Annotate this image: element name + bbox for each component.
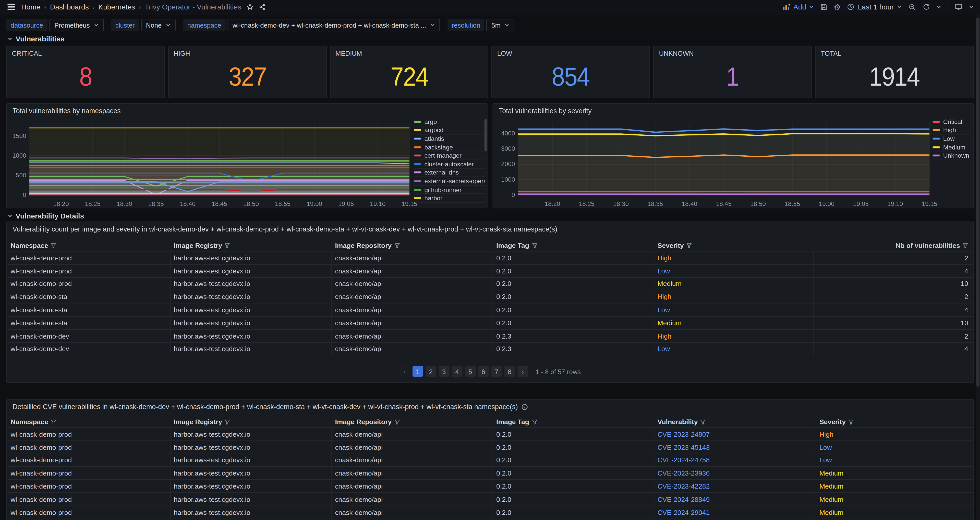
breadcrumb-item[interactable]: Kubernetes <box>98 3 135 11</box>
settings-icon[interactable]: ⚙ <box>834 3 841 11</box>
svg-text:18:30: 18:30 <box>613 200 629 207</box>
legend-item[interactable]: backstage <box>414 143 485 152</box>
stat-title: MEDIUM <box>336 49 362 57</box>
filter-icon[interactable] <box>394 242 400 248</box>
time-range-picker[interactable]: Last 1 hour <box>847 3 902 11</box>
legend-series-color <box>414 188 421 190</box>
filter-icon[interactable] <box>51 419 56 424</box>
filter-icon[interactable] <box>700 419 706 424</box>
table-row[interactable]: wl-cnask-demo-devharbor.aws-test.cgdevx.… <box>7 329 972 342</box>
filter-icon[interactable] <box>51 242 56 248</box>
table-row[interactable]: wl-cnask-demo-prodharbor.aws-test.cgdevx… <box>7 251 972 264</box>
breadcrumb-item[interactable]: Home <box>21 3 40 11</box>
page-scrollbar-thumb[interactable] <box>977 18 980 387</box>
variable-namespace: namespacewl-cnask-demo-dev + wl-cnask-de… <box>183 19 440 31</box>
menu-icon[interactable] <box>6 3 16 11</box>
variable-value-dropdown[interactable]: None <box>141 19 175 31</box>
pagination-prev-button[interactable]: ‹ <box>399 366 410 376</box>
star-icon[interactable] <box>247 3 254 11</box>
table-row[interactable]: wl-cnask-demo-staharbor.aws-test.cgdevx.… <box>7 290 972 303</box>
cve-link[interactable]: CVE-2024-28849 <box>654 493 816 505</box>
legend-item[interactable]: cert-manager <box>414 152 485 160</box>
cve-link[interactable]: CVE-2023-24807 <box>654 519 816 520</box>
count-cell: 4 <box>814 265 973 277</box>
cell: 0.2.0 <box>493 493 654 505</box>
legend-item[interactable]: Low <box>932 135 971 143</box>
svg-text:1000: 1000 <box>12 152 26 159</box>
stat-value: 1 <box>662 60 803 94</box>
legend-scrollbar[interactable] <box>485 119 487 151</box>
cve-link[interactable]: CVE-2023-45143 <box>654 441 816 453</box>
legend-item[interactable]: github-runner <box>414 186 485 194</box>
legend-item[interactable]: Critical <box>932 118 971 126</box>
navbar-right: Add ⚙ Last 1 hour <box>783 3 974 11</box>
variable-value-dropdown[interactable]: wl-cnask-demo-dev + wl-cnask-demo-prod +… <box>228 19 440 31</box>
section-vulnerabilities[interactable]: Vulnerabilities <box>7 35 64 42</box>
pagination-page-2[interactable]: 2 <box>426 366 436 376</box>
variable-value-dropdown[interactable]: Prometheus <box>49 19 103 31</box>
table-row[interactable]: wl-cnask-demo-staharbor.aws-test.cgdevx.… <box>7 518 972 520</box>
save-dashboard-icon[interactable] <box>820 3 827 11</box>
legend-item[interactable]: argocd <box>414 126 485 135</box>
table-row[interactable]: wl-cnask-demo-staharbor.aws-test.cgdevx.… <box>7 303 972 316</box>
table-row[interactable]: wl-cnask-demo-prodharbor.aws-test.cgdevx… <box>7 479 972 493</box>
table-row[interactable]: wl-cnask-demo-prodharbor.aws-test.cgdevx… <box>7 466 972 479</box>
legend-item[interactable]: external-dns <box>414 169 485 177</box>
variable-value-dropdown[interactable]: 5m <box>487 19 514 31</box>
section-vulnerability-details[interactable]: Vulnerability Details <box>7 212 84 220</box>
filter-icon[interactable] <box>686 242 692 248</box>
cve-link[interactable]: CVE-2023-23936 <box>654 467 816 479</box>
share-icon[interactable] <box>259 3 266 11</box>
legend-item[interactable]: Unknown <box>932 152 971 160</box>
zoom-out-icon[interactable] <box>908 3 916 11</box>
legend-item[interactable]: argo <box>414 118 485 126</box>
cve-link[interactable]: CVE-2023-24807 <box>654 428 816 440</box>
cve-link[interactable]: CVE-2023-42282 <box>654 480 816 492</box>
pagination-page-7[interactable]: 7 <box>491 366 502 376</box>
tv-mode-icon[interactable] <box>955 3 963 11</box>
cell: 0.2.0 <box>493 428 654 440</box>
chart-legend: CriticalHighLowMediumUnknown <box>932 118 971 206</box>
breadcrumb-item[interactable]: Dashboards <box>50 3 89 11</box>
table-row[interactable]: wl-cnask-demo-prodharbor.aws-test.cgdevx… <box>7 493 972 506</box>
filter-icon[interactable] <box>532 419 537 424</box>
table-row[interactable]: wl-cnask-demo-prodharbor.aws-test.cgdevx… <box>7 440 972 453</box>
tv-mode-chevron-icon[interactable] <box>969 4 974 10</box>
legend-item[interactable]: ingress-nginx <box>414 203 485 206</box>
pagination-next-button[interactable]: › <box>517 366 528 376</box>
table-row[interactable]: wl-cnask-demo-prodharbor.aws-test.cgdevx… <box>7 453 972 466</box>
table-row[interactable]: wl-cnask-demo-staharbor.aws-test.cgdevx.… <box>7 316 972 329</box>
filter-icon[interactable] <box>224 242 230 248</box>
table-row[interactable]: wl-cnask-demo-prodharbor.aws-test.cgdevx… <box>7 506 972 518</box>
legend-item[interactable]: High <box>932 126 971 135</box>
pagination-page-5[interactable]: 5 <box>465 366 476 376</box>
legend-item[interactable]: external-secrets-operator <box>414 177 485 185</box>
add-button[interactable]: Add <box>783 3 814 11</box>
cve-link[interactable]: CVE-2024-24758 <box>654 454 816 466</box>
info-icon[interactable] <box>522 403 528 410</box>
filter-icon[interactable] <box>394 419 400 424</box>
table-row[interactable]: wl-cnask-demo-prodharbor.aws-test.cgdevx… <box>7 264 972 277</box>
panel-title: Detaillled CVE vulnerabilities in wl-cna… <box>13 403 528 410</box>
legend-item[interactable]: cluster-autoscaler <box>414 160 485 169</box>
refresh-interval-chevron-icon[interactable] <box>936 4 942 10</box>
filter-icon[interactable] <box>963 242 968 248</box>
pagination-page-1[interactable]: 1 <box>412 366 423 376</box>
table-row[interactable]: wl-cnask-demo-devharbor.aws-test.cgdevx.… <box>7 342 972 355</box>
filter-icon[interactable] <box>532 242 537 248</box>
pagination-page-4[interactable]: 4 <box>452 366 463 376</box>
pagination-page-3[interactable]: 3 <box>439 366 449 376</box>
stat-value: 854 <box>500 60 642 94</box>
filter-icon[interactable] <box>848 419 854 424</box>
table-row[interactable]: wl-cnask-demo-prodharbor.aws-test.cgdevx… <box>7 277 972 290</box>
legend-item[interactable]: Medium <box>932 143 971 152</box>
pagination-page-6[interactable]: 6 <box>478 366 489 376</box>
legend-item[interactable]: harbor <box>414 194 485 203</box>
pagination-page-8[interactable]: 8 <box>504 366 515 376</box>
filter-icon[interactable] <box>224 419 230 424</box>
legend-item[interactable]: atlantis <box>414 135 485 143</box>
table-row[interactable]: wl-cnask-demo-prodharbor.aws-test.cgdevx… <box>7 427 972 440</box>
cve-link[interactable]: CVE-2024-29041 <box>654 506 816 518</box>
cell: harbor.aws-test.cgdevx.io <box>170 467 332 479</box>
refresh-icon[interactable] <box>923 3 930 11</box>
